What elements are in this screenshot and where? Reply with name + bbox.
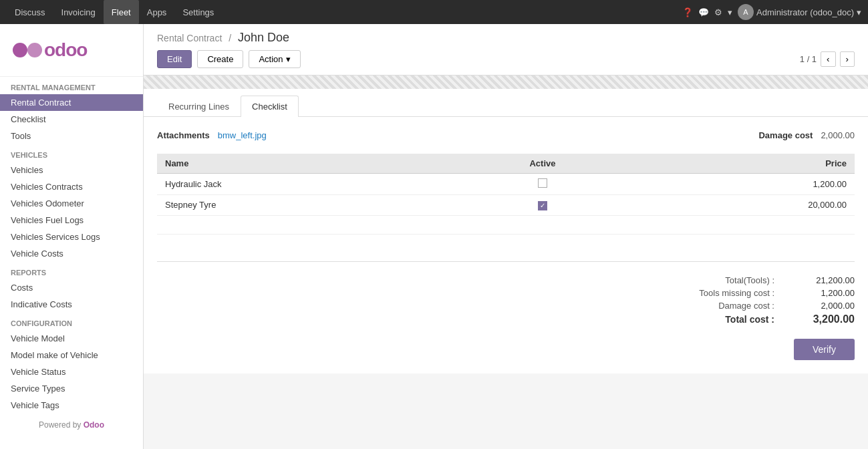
grand-total-label: Total cost : [654,314,774,325]
sidebar-item-model-make[interactable]: Model make of Vehicle [0,347,143,363]
total-tools-value: 21,200.00 [801,275,855,285]
top-navigation: Discuss Invoicing Fleet Apps Settings ❓ … [0,0,868,24]
row-price-hydraulic-jack: 1,200.00 [629,174,855,195]
total-missing-label: Tools missing cost : [654,288,774,298]
row-active-stepney-tyre[interactable]: ✓ [456,195,629,216]
breadcrumb-parent[interactable]: Rental Contract [157,33,222,43]
breadcrumb-separator: / [229,33,231,43]
odoo-logo: odoo [11,33,132,67]
section-vehicles: Vehicles [0,144,143,162]
nav-item-fleet[interactable]: Fleet [104,0,139,24]
top-nav-right: ❓ 💬 ⚙ ▾ A Administrator (odoo_doc) ▾ [682,4,861,20]
chevron-down-icon: ▾ [286,54,291,64]
checklist-content: Attachments bmw_left.jpg Damage cost 2,0… [144,117,868,255]
table-row: Hydraulic Jack 1,200.00 [157,174,855,195]
create-button[interactable]: Create [197,50,243,68]
total-row-damage: Damage cost : 2,000.00 [654,301,855,311]
content-area: Rental Contract / John Doe Edit Create A… [144,24,868,449]
tab-checklist[interactable]: Checklist [241,96,299,117]
page-header: Rental Contract / John Doe Edit Create A… [144,24,868,76]
total-missing-value: 1,200.00 [801,288,855,298]
sidebar-item-checklist[interactable]: Checklist [0,111,143,128]
sidebar-item-indicative-costs[interactable]: Indicative Costs [0,296,143,313]
sidebar-item-vehicles-services-logs[interactable]: Vehicles Services Logs [0,229,143,245]
top-stripe [144,76,868,89]
prev-page-button[interactable]: ‹ [821,51,835,67]
verify-section: Verify [144,339,868,373]
table-row: Stepney Tyre ✓ 20,000.00 [157,195,855,216]
sidebar-item-vehicles-contracts[interactable]: Vehicles Contracts [0,178,143,195]
form-content: Recurring Lines Checklist Attachments bm… [144,76,868,373]
section-reports: Reports [0,262,143,279]
row-name-stepney-tyre: Stepney Tyre [157,195,456,216]
attachments-field: Attachments bmw_left.jpg [157,130,267,140]
svg-point-1 [27,43,42,57]
damage-cost-value: 2,000.00 [821,130,855,140]
totals-section: Total(Tools) : 21,200.00 Tools missing c… [144,269,868,339]
breadcrumb-current: John Doe [238,31,289,44]
row-price-stepney-tyre: 20,000.00 [629,195,855,216]
breadcrumb: Rental Contract / John Doe [157,31,855,45]
toolbar: Edit Create Action ▾ 1 / 1 ‹ › [157,50,855,68]
section-rental-management: Rental Management [0,77,143,94]
grand-total-row: Total cost : 3,200.00 [654,313,855,325]
main-layout: odoo Rental Management Rental Contract C… [0,24,868,449]
checkbox-hydraulic-jack[interactable] [538,178,547,188]
pagination: 1 / 1 ‹ › [800,51,855,67]
col-name: Name [157,154,456,174]
verify-button[interactable]: Verify [794,339,855,360]
sidebar-item-costs[interactable]: Costs [0,279,143,296]
nav-item-invoicing[interactable]: Invoicing [53,0,104,24]
total-tools-label: Total(Tools) : [654,275,774,285]
powered-by: Powered by Odoo [0,414,143,436]
sidebar-item-vehicles-odometer[interactable]: Vehicles Odometer [0,195,143,212]
nav-item-settings[interactable]: Settings [174,0,222,24]
svg-point-0 [13,43,27,57]
attachments-label: Attachments [157,130,210,140]
nav-item-discuss[interactable]: Discuss [7,0,53,24]
odoo-logo-svg [11,33,44,67]
tab-recurring-lines[interactable]: Recurring Lines [157,96,241,117]
section-configuration: Configuration [0,313,143,330]
edit-button[interactable]: Edit [157,50,192,68]
chat-icon[interactable]: 💬 [698,7,709,17]
checklist-table: Name Active Price Hydraulic Jack 1,200.0… [157,154,855,235]
separator [157,261,855,262]
sidebar-item-rental-contract[interactable]: Rental Contract [0,94,143,111]
grand-total-value: 3,200.00 [801,313,855,325]
activity-icon[interactable]: ⚙ [714,7,722,17]
damage-cost-label: Damage cost [758,130,813,140]
total-damage-value: 2,000.00 [801,301,855,311]
damage-cost-field: Damage cost 2,000.00 [758,130,855,140]
table-empty-row [157,215,855,234]
sidebar-item-vehicles[interactable]: Vehicles [0,162,143,178]
chevron-down-icon: ▾ [857,7,861,17]
sidebar-item-vehicle-tags[interactable]: Vehicle Tags [0,397,143,414]
sidebar-item-tools[interactable]: Tools [0,128,143,144]
nav-item-apps[interactable]: Apps [139,0,175,24]
checkbox-stepney-tyre[interactable]: ✓ [538,201,547,210]
col-price: Price [629,154,855,174]
action-button[interactable]: Action ▾ [249,50,300,68]
sidebar-item-service-types[interactable]: Service Types [0,380,143,397]
col-active: Active [456,154,629,174]
attachments-row: Attachments bmw_left.jpg Damage cost 2,0… [157,130,855,140]
sidebar-item-vehicles-fuel-logs[interactable]: Vehicles Fuel Logs [0,212,143,229]
help-icon[interactable]: ❓ [682,7,693,17]
row-name-hydraulic-jack: Hydraulic Jack [157,174,456,195]
attachment-link[interactable]: bmw_left.jpg [218,130,267,140]
sidebar-item-vehicle-model[interactable]: Vehicle Model [0,330,143,347]
total-row-tools: Total(Tools) : 21,200.00 [654,275,855,285]
user-menu[interactable]: A Administrator (odoo_doc) ▾ [738,4,861,20]
row-active-hydraulic-jack[interactable] [456,174,629,195]
next-page-button[interactable]: › [840,51,855,67]
tabs: Recurring Lines Checklist [144,96,868,117]
sidebar: odoo Rental Management Rental Contract C… [0,24,144,449]
table-header-row: Name Active Price [157,154,855,174]
sidebar-item-vehicle-costs[interactable]: Vehicle Costs [0,245,143,262]
avatar: A [738,4,754,20]
sidebar-logo: odoo [0,24,143,77]
sidebar-item-vehicle-status[interactable]: Vehicle Status [0,363,143,380]
total-row-missing: Tools missing cost : 1,200.00 [654,288,855,298]
total-damage-label: Damage cost : [654,301,774,311]
